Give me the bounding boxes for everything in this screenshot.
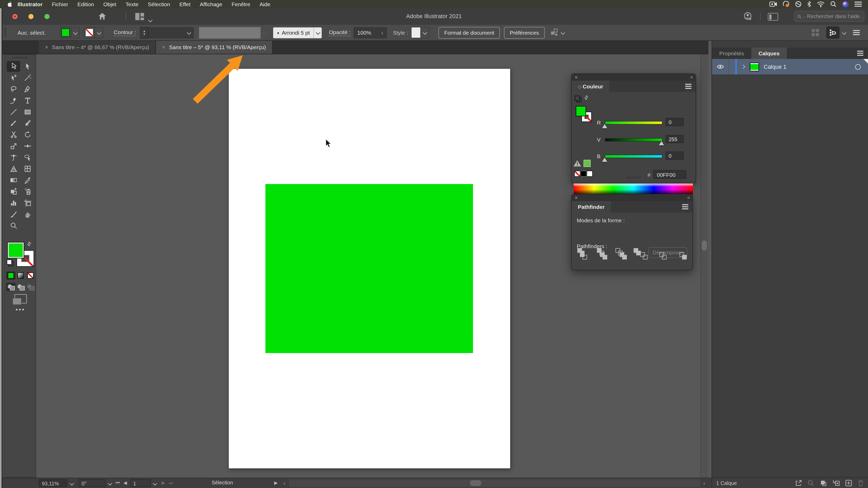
- wifi-icon[interactable]: [817, 1, 825, 7]
- rotate-tool[interactable]: [21, 129, 34, 140]
- zoom-tool[interactable]: [7, 220, 20, 231]
- new-sublayer-icon[interactable]: [832, 480, 840, 486]
- menu-item-objet[interactable]: Objet: [99, 1, 121, 7]
- fill-color-swatch[interactable]: [61, 27, 71, 38]
- draw-inside-button[interactable]: [26, 283, 35, 291]
- type-tool[interactable]: [21, 95, 34, 106]
- vertical-scrollbar[interactable]: [700, 54, 708, 478]
- puppet-warp-tool[interactable]: [7, 152, 20, 163]
- color-panel-header[interactable]: × «: [571, 74, 695, 81]
- channel-slider-R[interactable]: [604, 121, 662, 124]
- touch-bar-icon[interactable]: [768, 13, 778, 21]
- stroke-color-dropdown[interactable]: [95, 27, 103, 38]
- width-profile-dropdown[interactable]: [199, 27, 261, 38]
- edit-toolbar-button[interactable]: •••: [4, 306, 37, 313]
- close-panel-icon[interactable]: ×: [575, 74, 578, 81]
- merge-icon[interactable]: [620, 252, 627, 260]
- swap-fill-stroke-icon[interactable]: ⇄: [26, 240, 33, 247]
- visibility-eye-icon[interactable]: [717, 64, 724, 69]
- line-segment-tool[interactable]: [7, 107, 20, 117]
- symbol-sprayer-tool[interactable]: [21, 186, 34, 197]
- lasso-selection-tool[interactable]: [21, 152, 34, 163]
- document-tab-1[interactable]: ×Sans titre – 4* @ 66,67 % (RVB/Aperçu): [39, 40, 156, 54]
- column-graph-tool[interactable]: [7, 198, 20, 208]
- tab-proprietes[interactable]: Propriétés: [712, 48, 751, 59]
- clipping-mask-icon[interactable]: [820, 480, 827, 486]
- gamut-color-chip[interactable]: [584, 160, 591, 167]
- none-button[interactable]: [26, 271, 35, 280]
- group-selection-tool[interactable]: [7, 73, 20, 83]
- artboard[interactable]: [229, 69, 510, 468]
- shape-builder-tool[interactable]: [7, 186, 20, 197]
- style-swatch[interactable]: [411, 27, 420, 38]
- divide-icon[interactable]: [580, 252, 588, 260]
- menu-item-illustrator[interactable]: Illustrator: [13, 1, 47, 7]
- tab-calques[interactable]: Calques: [751, 48, 787, 59]
- panel-menu-icon[interactable]: [685, 86, 691, 87]
- menu-item-texte[interactable]: Texte: [121, 1, 143, 7]
- outline-icon[interactable]: [659, 252, 667, 260]
- artboard-number-field[interactable]: 1: [130, 479, 151, 487]
- layer-thumbnail[interactable]: [750, 62, 759, 71]
- next-artboard-icon[interactable]: ▶: [162, 480, 165, 485]
- first-artboard-icon[interactable]: ⏮: [116, 480, 120, 486]
- menu-item-edition[interactable]: Edition: [73, 1, 99, 7]
- focus-mode-icon[interactable]: [795, 1, 801, 7]
- isolate-selection-icon[interactable]: [550, 28, 558, 37]
- apple-icon[interactable]: [7, 1, 13, 7]
- help-search-input[interactable]: Rechercher dans l'aide Adobe: [794, 11, 864, 22]
- zoom-chevron-icon[interactable]: [70, 481, 74, 486]
- panel-grip[interactable]: [12, 57, 28, 58]
- opacity-label[interactable]: Opacité :: [329, 29, 351, 36]
- opacity-field[interactable]: 100% ›: [354, 27, 387, 38]
- rotation-chevron-icon[interactable]: [108, 481, 112, 486]
- curvature-tool[interactable]: [7, 95, 20, 106]
- black-swatch[interactable]: [580, 171, 587, 177]
- stroke-weight-dropdown[interactable]: [149, 27, 194, 38]
- control-center-icon[interactable]: [855, 4, 862, 5]
- none-swatch[interactable]: [574, 171, 580, 177]
- brush-definition-chevron[interactable]: [313, 27, 322, 38]
- layer-row[interactable]: Calque 1: [712, 59, 868, 75]
- color-spectrum-bar[interactable]: [574, 183, 693, 194]
- crop-icon[interactable]: [640, 252, 648, 260]
- workspace-chevron-icon[interactable]: [842, 30, 846, 35]
- gradient-tool[interactable]: [7, 175, 20, 185]
- collapse-panel-icon[interactable]: «: [690, 74, 692, 81]
- workspace-switcher-button[interactable]: [826, 26, 840, 39]
- document-setup-button[interactable]: Format de document: [438, 27, 500, 38]
- swap-fill-stroke-icon[interactable]: ⇄: [583, 94, 590, 101]
- style-dropdown[interactable]: [420, 27, 429, 38]
- stroke-color-control[interactable]: [84, 27, 103, 38]
- artboard-chevron-icon[interactable]: [153, 481, 157, 486]
- gradient-button[interactable]: [16, 271, 25, 280]
- opacity-menu-arrow[interactable]: ›: [381, 29, 383, 36]
- collapse-panel-icon[interactable]: «: [687, 194, 689, 201]
- screen-record-icon[interactable]: [769, 2, 777, 7]
- direct-selection-tool[interactable]: [21, 61, 34, 72]
- layer-name[interactable]: Calque 1: [764, 64, 786, 70]
- lasso-tool[interactable]: [7, 84, 20, 95]
- style-control[interactable]: [411, 27, 429, 38]
- slice-tool[interactable]: [7, 209, 20, 220]
- panel-grip[interactable]: [4, 28, 6, 37]
- last-artboard-icon[interactable]: ⏭: [169, 480, 173, 486]
- close-tab-icon[interactable]: ×: [45, 44, 48, 50]
- control-bar-menu-icon[interactable]: [853, 32, 860, 33]
- document-tab-2[interactable]: ×Sans titre – 5* @ 93,11 % (RVB/Aperçu): [156, 40, 273, 54]
- magic-wand-tool[interactable]: [21, 73, 34, 83]
- panel-menu-icon[interactable]: [682, 206, 688, 207]
- default-fill-stroke-icon[interactable]: [575, 96, 582, 103]
- white-swatch[interactable]: [587, 171, 593, 177]
- selection-tool[interactable]: [7, 61, 20, 72]
- panel-menu-icon[interactable]: [857, 53, 863, 54]
- menu-item-selection[interactable]: Sélection: [143, 1, 175, 7]
- prev-artboard-icon[interactable]: ◀: [123, 480, 127, 485]
- fill-color-control[interactable]: [60, 27, 80, 38]
- rotation-field[interactable]: 0°: [79, 479, 105, 487]
- scroll-down-icon[interactable]: [702, 471, 707, 476]
- minus-back-icon[interactable]: [680, 252, 687, 260]
- zoom-level-field[interactable]: 93,11%: [39, 479, 67, 487]
- channel-value-V[interactable]: 255: [665, 135, 684, 143]
- spotlight-icon[interactable]: [830, 1, 837, 7]
